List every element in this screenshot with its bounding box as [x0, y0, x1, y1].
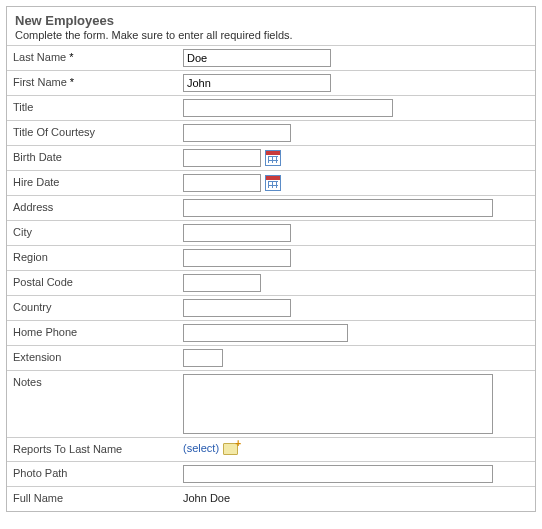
new-employee-form: New Employees Complete the form. Make su… [6, 6, 536, 512]
hire-date-label: Hire Date [13, 174, 183, 188]
reports-to-select-link[interactable]: (select) [183, 442, 219, 454]
last-name-label: Last Name * [13, 49, 183, 63]
notes-input[interactable] [183, 374, 493, 434]
notes-label: Notes [13, 374, 183, 388]
postal-code-label: Postal Code [13, 274, 183, 288]
city-label: City [13, 224, 183, 238]
region-input[interactable] [183, 249, 291, 267]
reports-to-label: Reports To Last Name [13, 441, 183, 455]
birth-date-input[interactable] [183, 149, 261, 167]
title-courtesy-label: Title Of Courtesy [13, 124, 183, 138]
last-name-input[interactable] [183, 49, 331, 67]
extension-label: Extension [13, 349, 183, 363]
city-input[interactable] [183, 224, 291, 242]
birth-date-label: Birth Date [13, 149, 183, 163]
address-label: Address [13, 199, 183, 213]
home-phone-label: Home Phone [13, 324, 183, 338]
calendar-icon[interactable] [265, 175, 281, 191]
page-instructions: Complete the form. Make sure to enter al… [15, 29, 527, 41]
extension-input[interactable] [183, 349, 223, 367]
hire-date-input[interactable] [183, 174, 261, 192]
country-input[interactable] [183, 299, 291, 317]
home-phone-input[interactable] [183, 324, 348, 342]
first-name-input[interactable] [183, 74, 331, 92]
calendar-icon[interactable] [265, 150, 281, 166]
lookup-icon[interactable] [223, 441, 239, 455]
title-label: Title [13, 99, 183, 113]
photo-path-input[interactable] [183, 465, 493, 483]
full-name-value: John Doe [183, 490, 230, 504]
title-input[interactable] [183, 99, 393, 117]
postal-code-input[interactable] [183, 274, 261, 292]
first-name-label: First Name * [13, 74, 183, 88]
full-name-label: Full Name [13, 490, 183, 504]
photo-path-label: Photo Path [13, 465, 183, 479]
title-courtesy-input[interactable] [183, 124, 291, 142]
page-title: New Employees [15, 13, 527, 28]
region-label: Region [13, 249, 183, 263]
country-label: Country [13, 299, 183, 313]
address-input[interactable] [183, 199, 493, 217]
